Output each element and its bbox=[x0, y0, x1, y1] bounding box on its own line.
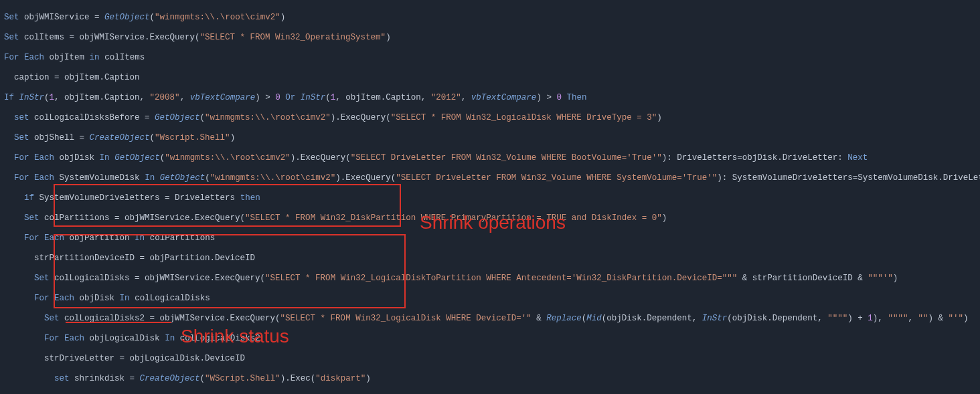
code-line: Set colLogicalDisks = objWMIService.Exec… bbox=[4, 274, 976, 284]
code-line: For Each objItem in colItems bbox=[4, 53, 976, 63]
code-line: set shrinkdisk = CreateObject("WScript.S… bbox=[4, 374, 976, 384]
code-line: strPartitionDeviceID = objPartition.Devi… bbox=[4, 254, 976, 264]
code-line: For Each objDisk In GetObject("winmgmts:… bbox=[4, 153, 976, 163]
code-line: set colLogicalDisksBefore = GetObject("w… bbox=[4, 113, 976, 123]
code-line: if SystemVolumeDriveletters = Drivelette… bbox=[4, 193, 976, 203]
code-line: Set colPartitions = objWMIService.ExecQu… bbox=[4, 213, 976, 223]
code-line: Set objWMIService = GetObject("winmgmts:… bbox=[4, 13, 976, 23]
code-line: Set objShell = CreateObject("Wscript.She… bbox=[4, 133, 976, 143]
code-line: Set colLogicalDisks2 = objWMIService.Exe… bbox=[4, 314, 976, 324]
code-line: strDriveLetter = objLogicalDisk.DeviceID bbox=[4, 354, 976, 364]
code-line: For Each objPartition In colPartitions bbox=[4, 233, 976, 243]
code-block: Set objWMIService = GetObject("winmgmts:… bbox=[0, 0, 980, 394]
code-line: If InStr(1, objItem.Caption, "2008", vbT… bbox=[4, 93, 976, 103]
code-line: For Each objDisk In colLogicalDisks bbox=[4, 294, 976, 304]
code-line: For Each SystemVolumeDisk In GetObject("… bbox=[4, 173, 976, 183]
code-line: Set colItems = objWMIService.ExecQuery("… bbox=[4, 33, 976, 43]
code-line: For Each objLogicalDisk In colLogicalDis… bbox=[4, 334, 976, 344]
code-line: caption = objItem.Caption bbox=[4, 73, 976, 83]
